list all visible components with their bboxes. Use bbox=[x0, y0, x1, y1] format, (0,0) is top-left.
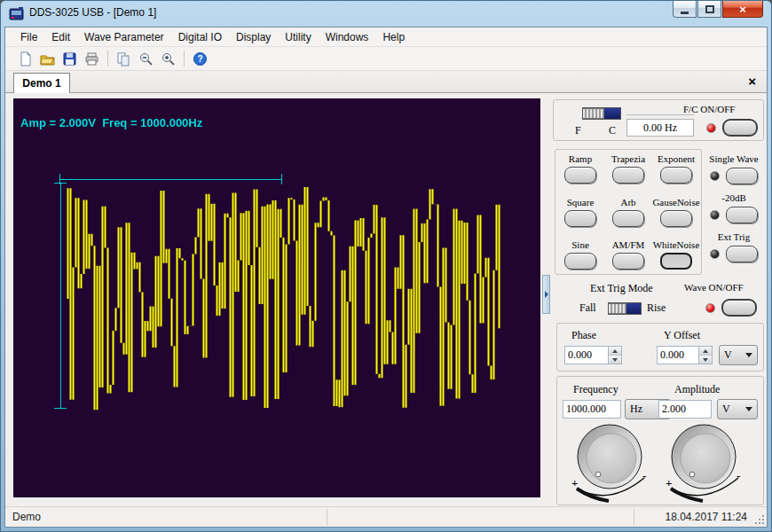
status-bar: Demo 18.04.2017 11:24 bbox=[5, 506, 767, 527]
ext-trig-led bbox=[710, 249, 720, 259]
fc-led bbox=[706, 123, 716, 133]
square-button[interactable] bbox=[564, 210, 596, 227]
maximize-icon bbox=[705, 5, 714, 13]
knob-indicator-dot bbox=[689, 472, 695, 477]
freq-amp-group: Frequency Hz Amplitude V bbox=[556, 376, 764, 505]
y-offset-label: Y Offset bbox=[664, 329, 700, 342]
phase-spinner bbox=[609, 346, 622, 364]
fc-onoff-button[interactable] bbox=[722, 119, 758, 137]
phase-spin-down[interactable] bbox=[609, 355, 621, 364]
print-button[interactable] bbox=[81, 49, 103, 69]
zoom-in-button[interactable] bbox=[157, 49, 179, 69]
copy-icon bbox=[116, 51, 131, 66]
status-separator bbox=[327, 509, 327, 526]
dropdown-arrow-icon bbox=[745, 353, 752, 357]
y-offset-unit-select[interactable]: V bbox=[719, 345, 758, 365]
toggle-label-c: C bbox=[609, 124, 616, 137]
frequency-input[interactable] bbox=[563, 400, 621, 419]
whitenoise-button[interactable] bbox=[660, 253, 692, 270]
amplitude-unit-value: V bbox=[722, 403, 745, 416]
wave-label-arb: Arb bbox=[620, 197, 635, 207]
menu-wave-parameter[interactable]: Wave Parameter bbox=[77, 28, 171, 46]
status-separator bbox=[634, 509, 634, 526]
ramp-button[interactable] bbox=[564, 167, 596, 184]
menu-display[interactable]: Display bbox=[229, 28, 278, 46]
copy-button[interactable] bbox=[113, 49, 135, 69]
menu-digital-io[interactable]: Digital IO bbox=[171, 28, 229, 46]
chevron-right-icon bbox=[545, 291, 548, 298]
y-offset-spin-down[interactable] bbox=[699, 355, 712, 364]
title-bar: DDS-3025 USB - [Demo 1] × bbox=[1, 1, 771, 27]
fall-rise-toggle[interactable] bbox=[608, 302, 642, 315]
panel-splitter[interactable] bbox=[542, 275, 550, 314]
waveform-canvas bbox=[13, 98, 540, 497]
amplitude-measure-line bbox=[60, 183, 61, 408]
frequency-label: Frequency bbox=[573, 383, 618, 396]
wave-label-trapezia: Trapezia bbox=[611, 153, 645, 164]
amfm-button[interactable] bbox=[612, 253, 644, 270]
exponent-button[interactable] bbox=[660, 167, 692, 184]
dropdown-arrow-icon bbox=[745, 407, 752, 411]
amplitude-knob[interactable]: + - bbox=[662, 421, 745, 505]
y-offset-spin-up[interactable] bbox=[699, 347, 712, 355]
amplitude-input[interactable] bbox=[658, 400, 712, 419]
control-panel: F C 0.00 Hz F/C ON/OFF Ramp Trapezia Exp… bbox=[553, 96, 766, 507]
status-datetime: 18.04.2017 11:24 bbox=[665, 511, 747, 523]
y-offset-input[interactable] bbox=[657, 346, 699, 364]
toolbar: ? bbox=[5, 47, 767, 71]
menu-file[interactable]: File bbox=[13, 28, 44, 46]
fall-label: Fall bbox=[579, 301, 596, 315]
new-button[interactable] bbox=[14, 49, 36, 69]
menu-windows[interactable]: Windows bbox=[319, 28, 376, 46]
ext-trig-mode-label: Ext Trig Mode bbox=[590, 282, 653, 295]
tab-bar: Demo 1 × bbox=[5, 71, 767, 93]
help-button[interactable]: ? bbox=[189, 49, 211, 69]
phase-input[interactable] bbox=[564, 346, 609, 364]
wave-label-square: Square bbox=[567, 197, 595, 207]
phase-spin-up[interactable] bbox=[609, 347, 621, 355]
fc-toggle[interactable] bbox=[582, 107, 621, 120]
minus20db-button[interactable] bbox=[726, 207, 758, 223]
wave-onoff-button[interactable] bbox=[721, 299, 757, 317]
fc-toggle-track bbox=[604, 108, 620, 119]
fall-rise-toggle-handle bbox=[609, 303, 626, 314]
waveform-display: Amp = 2.000V Freq = 1000.000Hz bbox=[13, 98, 540, 497]
counter-value-text: 0.00 Hz bbox=[643, 121, 677, 135]
frequency-knob[interactable]: + - bbox=[568, 421, 651, 505]
phase-label: Phase bbox=[571, 329, 596, 342]
menu-utility[interactable]: Utility bbox=[278, 28, 318, 46]
wave-label-amfm: AM/FM bbox=[612, 239, 645, 250]
fc-onoff-label: F/C ON/OFF bbox=[683, 104, 735, 114]
tab-close-icon[interactable]: × bbox=[748, 74, 756, 90]
wave-grid: Ramp Trapezia Exponent Square Arb GauseN… bbox=[556, 151, 702, 275]
toolbar-separator bbox=[184, 51, 185, 66]
amplitude-unit-select[interactable]: V bbox=[717, 399, 758, 419]
print-icon bbox=[84, 51, 99, 66]
resize-grip[interactable] bbox=[754, 514, 765, 525]
amplitude-measure-tick-bottom bbox=[54, 408, 67, 409]
menu-edit[interactable]: Edit bbox=[44, 28, 77, 46]
save-floppy-icon bbox=[62, 51, 77, 66]
status-text: Demo bbox=[12, 511, 41, 523]
tab-demo1[interactable]: Demo 1 bbox=[13, 73, 70, 93]
close-button[interactable]: × bbox=[722, 1, 763, 18]
arb-button[interactable] bbox=[612, 210, 644, 227]
period-measure-tick-right bbox=[281, 174, 282, 184]
ext-trig-button[interactable] bbox=[726, 246, 758, 262]
window-title: DDS-3025 USB - [Demo 1] bbox=[29, 6, 156, 19]
maximize-button[interactable] bbox=[697, 1, 721, 18]
knob-minus-label: - bbox=[737, 469, 740, 482]
single-wave-button[interactable] bbox=[726, 168, 758, 184]
sine-button[interactable] bbox=[564, 253, 596, 270]
save-button[interactable] bbox=[59, 49, 81, 69]
app-window: DDS-3025 USB - [Demo 1] × File Edit Wave… bbox=[0, 0, 772, 532]
open-button[interactable] bbox=[36, 49, 59, 69]
gausenoise-button[interactable] bbox=[660, 210, 692, 227]
zoom-out-button[interactable] bbox=[135, 49, 157, 69]
minimize-button[interactable] bbox=[673, 1, 697, 18]
wave-onoff-led bbox=[705, 303, 715, 313]
trapezia-button[interactable] bbox=[612, 167, 644, 184]
menu-help[interactable]: Help bbox=[375, 28, 412, 46]
help-icon: ? bbox=[193, 51, 208, 66]
minus20db-led bbox=[710, 210, 720, 220]
